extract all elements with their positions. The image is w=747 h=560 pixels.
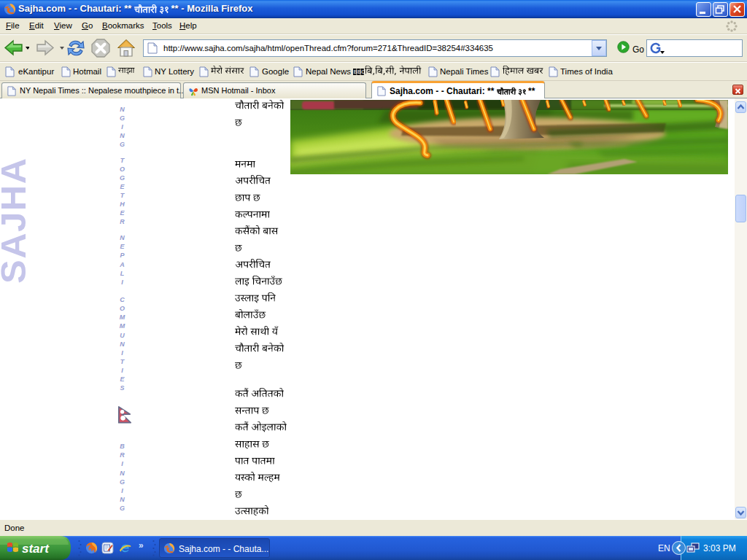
svg-text:start: start: [22, 542, 50, 556]
svg-text:C: C: [361, 69, 364, 75]
svg-text:SAJHA: SAJHA: [1, 157, 28, 284]
